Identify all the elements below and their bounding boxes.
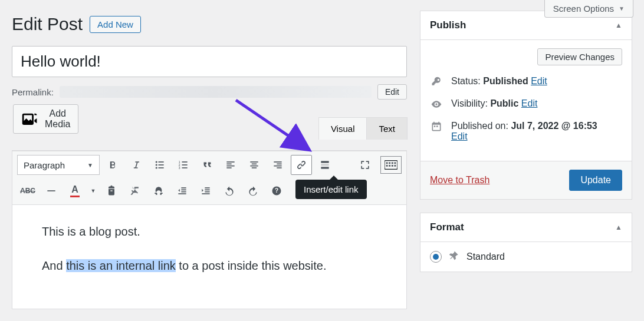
permalink-value — [60, 86, 372, 98]
fullscreen-button[interactable] — [354, 155, 376, 175]
svg-rect-5 — [159, 167, 164, 168]
svg-rect-26 — [321, 167, 328, 168]
caret-up-icon: ▲ — [615, 21, 622, 29]
paste-text-button[interactable] — [101, 181, 122, 201]
add-media-button[interactable]: Add Media — [13, 104, 78, 134]
read-more-button[interactable] — [314, 155, 336, 175]
schedule-edit-link[interactable]: Edit — [451, 131, 468, 141]
special-character-button[interactable] — [148, 181, 169, 201]
svg-rect-35 — [395, 165, 396, 167]
svg-text:3: 3 — [179, 166, 180, 170]
insert-link-button[interactable] — [291, 155, 312, 175]
svg-text:?: ? — [275, 187, 278, 194]
svg-rect-18 — [250, 166, 258, 167]
svg-point-2 — [156, 167, 157, 169]
svg-rect-22 — [274, 166, 281, 167]
clear-formatting-button[interactable] — [124, 181, 146, 201]
svg-rect-20 — [274, 161, 281, 163]
help-button[interactable]: ? — [266, 181, 287, 201]
svg-rect-36 — [47, 190, 55, 191]
visibility-edit-link[interactable]: Edit — [521, 98, 538, 108]
tooltip-insert-link: Insert/edit link — [295, 180, 367, 199]
status-edit-link[interactable]: Edit — [531, 76, 547, 86]
selected-text: this is an internal link — [66, 259, 176, 272]
svg-rect-43 — [205, 191, 209, 193]
outdent-button[interactable] — [172, 181, 193, 201]
format-panel: Format ▲ Standard — [420, 213, 632, 272]
content-paragraph: This is a blog post. — [42, 223, 377, 240]
svg-rect-31 — [395, 162, 396, 164]
svg-rect-21 — [277, 164, 281, 165]
redo-button[interactable] — [242, 181, 264, 201]
horizontal-rule-button[interactable] — [41, 181, 62, 201]
svg-rect-23 — [277, 167, 281, 168]
text-color-button[interactable]: A — [64, 181, 86, 201]
editor-toolbar: Paragraph ▼ 123 — [12, 151, 406, 205]
toolbar-toggle-button[interactable] — [380, 156, 402, 174]
align-right-button[interactable] — [267, 155, 288, 175]
svg-rect-40 — [178, 193, 186, 194]
editor-content-area[interactable]: This is a blog post. And this is an inte… — [12, 205, 406, 309]
svg-rect-12 — [226, 161, 234, 163]
svg-rect-44 — [202, 193, 209, 194]
strikethrough-button[interactable]: ABC — [17, 181, 38, 201]
update-button[interactable]: Update — [569, 170, 622, 191]
svg-rect-25 — [321, 164, 328, 166]
eye-icon — [430, 98, 443, 110]
format-panel-toggle[interactable]: Format ▲ — [420, 213, 632, 242]
caret-down-icon: ▼ — [87, 162, 93, 168]
page-title: Edit Post — [12, 14, 83, 34]
svg-rect-34 — [392, 165, 393, 167]
publish-panel: Publish ▲ Preview Changes Status: Publis… — [420, 11, 632, 200]
svg-rect-13 — [226, 164, 231, 165]
bold-button[interactable] — [102, 155, 123, 175]
paragraph-format-select[interactable]: Paragraph ▼ — [17, 155, 100, 175]
blockquote-button[interactable] — [196, 155, 218, 175]
add-new-button[interactable]: Add New — [90, 16, 141, 33]
tab-text[interactable]: Text — [366, 117, 408, 140]
svg-rect-14 — [226, 166, 234, 167]
align-left-button[interactable] — [220, 155, 241, 175]
svg-rect-10 — [182, 164, 188, 166]
calendar-icon — [430, 121, 443, 133]
svg-point-1 — [156, 164, 157, 166]
svg-rect-37 — [181, 187, 186, 188]
svg-rect-41 — [205, 187, 209, 188]
svg-rect-3 — [159, 161, 164, 163]
indent-button[interactable] — [195, 181, 216, 201]
svg-rect-11 — [182, 167, 188, 168]
svg-rect-33 — [389, 165, 390, 167]
svg-rect-4 — [159, 164, 164, 166]
post-title-input[interactable] — [12, 46, 407, 77]
screen-options-toggle[interactable]: Screen Options ▼ — [544, 0, 633, 18]
undo-button[interactable] — [219, 181, 240, 201]
add-media-label: Add Media — [45, 108, 71, 130]
screen-options-label: Screen Options — [553, 4, 614, 14]
status-text: Status: Published Edit — [451, 76, 547, 87]
preview-changes-button[interactable]: Preview Changes — [537, 48, 622, 65]
svg-rect-24 — [321, 161, 328, 163]
permalink-edit-button[interactable]: Edit — [377, 84, 407, 100]
bullet-list-button[interactable] — [149, 155, 170, 175]
content-paragraph: And this is an internal link to a post i… — [42, 257, 377, 274]
tab-visual[interactable]: Visual — [318, 117, 367, 140]
format-standard-label: Standard — [466, 251, 505, 262]
editor-container: Paragraph ▼ 123 — [12, 150, 407, 309]
align-center-button[interactable] — [244, 155, 265, 175]
text-color-dropdown[interactable]: ▼ — [88, 181, 98, 201]
permalink-label: Permalink: — [12, 87, 54, 97]
pin-icon — [449, 250, 459, 263]
numbered-list-button[interactable]: 123 — [173, 155, 194, 175]
move-to-trash-link[interactable]: Move to Trash — [430, 175, 489, 186]
svg-rect-9 — [182, 161, 188, 163]
caret-up-icon: ▲ — [615, 223, 622, 231]
svg-rect-16 — [250, 161, 258, 163]
italic-button[interactable] — [126, 155, 147, 175]
svg-rect-39 — [181, 191, 186, 193]
key-icon — [430, 76, 443, 88]
publish-panel-title: Publish — [430, 19, 466, 31]
paragraph-format-label: Paragraph — [24, 160, 65, 170]
caret-down-icon: ▼ — [619, 5, 625, 12]
format-standard-radio[interactable] — [430, 251, 442, 263]
format-panel-title: Format — [430, 221, 464, 233]
